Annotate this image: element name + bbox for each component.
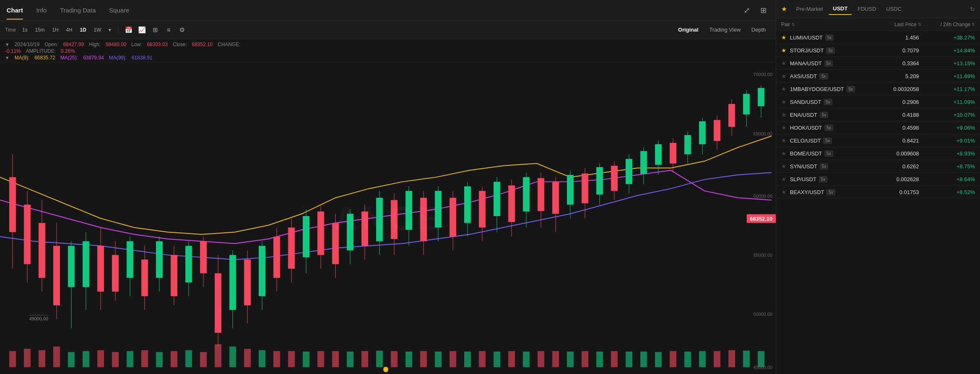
pair-star-icon[interactable]: ★ [781, 124, 787, 131]
view-original[interactable]: Original [673, 25, 703, 34]
ohlc-bar: ▼ 2024/10/19 Open: 68427.99 High: 68480.… [0, 39, 776, 63]
svg-rect-83 [567, 175, 574, 205]
pair-row[interactable]: ★ HOOK/USDT 5x 0.4598 +9.06% [776, 121, 980, 134]
pair-star-icon[interactable]: ★ [781, 111, 787, 118]
interval-15m[interactable]: 15m [32, 25, 47, 34]
pair-star-icon[interactable]: ★ [781, 60, 787, 66]
pair-star-icon[interactable]: ★ [781, 47, 787, 54]
pair-price: 0.7079 [863, 47, 919, 54]
svg-rect-112 [39, 350, 45, 367]
pair-row[interactable]: ★ ENA/USDT 5x 0.4188 +10.07% [776, 108, 980, 121]
col-price-header[interactable]: Last Price ⇅ [867, 22, 921, 27]
price-45k: 45000.00 [753, 365, 772, 370]
pair-name-col: SYN/USDT 5x [790, 163, 863, 170]
pair-sort-arrow: ⇅ [792, 22, 795, 27]
price-sort-arrow: ⇅ [918, 22, 921, 27]
interval-4h[interactable]: 4H [63, 25, 75, 34]
pair-row[interactable]: ★ SAND/USDT 5x 0.2906 +11.09% [776, 96, 980, 108]
pair-name: SAND/USDT [790, 99, 821, 105]
pair-star-icon[interactable]: ★ [781, 163, 787, 170]
svg-rect-71 [479, 191, 485, 227]
pair-row[interactable]: ★ AXS/USDT 5x 5.209 +11.69% [776, 70, 980, 83]
leverage-badge: 5x [824, 99, 832, 105]
ohlc-open-label: Open: [45, 42, 58, 47]
leverage-badge: 5x [826, 47, 835, 54]
pair-star-icon[interactable]: ★ [781, 189, 787, 195]
calendar-icon[interactable]: 📅 [123, 24, 134, 36]
pair-row[interactable]: ★ SLP/USDT 5x 0.002628 +8.64% [776, 173, 980, 186]
pair-change: +11.17% [919, 86, 975, 92]
chart-panel: Chart Info Trading Data Square ⤢ ⊞ Time … [0, 0, 776, 374]
pair-star-icon[interactable]: ★ [781, 176, 787, 182]
pair-price: 0.01753 [863, 189, 919, 195]
leverage-badge: 5x [820, 163, 829, 170]
ohlc-close-label: Close: [173, 42, 187, 47]
layout-icon[interactable]: ⊞ [757, 5, 769, 16]
svg-rect-51 [332, 223, 339, 264]
pair-row[interactable]: ★ BEAXY/USDT 5x 0.01753 +8.52% [776, 186, 980, 199]
interval-1d[interactable]: 1D [77, 25, 89, 34]
pair-star-icon[interactable]: ★ [781, 73, 787, 79]
tab-chart[interactable]: Chart [7, 1, 23, 20]
svg-rect-59 [391, 200, 398, 239]
fullscreen-icon[interactable]: ⤢ [741, 5, 752, 16]
ma25-label: MA(25): [60, 55, 78, 61]
pair-row[interactable]: ★ MANA/USDT 5x 0.3364 +13.15% [776, 57, 980, 70]
pair-star-icon[interactable]: ★ [781, 137, 787, 144]
toolbar-separator-1 [118, 26, 119, 34]
pair-name-col: BOME/USDT 5x [790, 150, 863, 157]
leverage-badge: 5x [824, 60, 833, 66]
svg-rect-152 [626, 352, 632, 367]
leverage-badge: 5x [827, 189, 835, 195]
pair-star-icon[interactable]: ★ [781, 98, 787, 105]
view-trading[interactable]: Trading View [704, 25, 745, 34]
pair-row[interactable]: ★ STORJ/USDT 5x 0.7079 +14.84% [776, 44, 980, 57]
chart-area[interactable]: ANCE 70000.00 65000.00 60000.00 55000.00… [0, 63, 776, 374]
gear-icon[interactable]: ⚙ [176, 24, 188, 36]
pair-star-icon[interactable]: ★ [781, 150, 787, 157]
favorites-star-icon[interactable]: ★ [781, 5, 787, 13]
pair-row[interactable]: ★ 1MBABYDOGE/USDT 5x 0.0032058 +11.17% [776, 83, 980, 96]
svg-rect-137 [406, 352, 412, 367]
interval-1h[interactable]: 1H [49, 25, 61, 34]
ma99-val: 61838.91 [131, 55, 152, 61]
pair-star-icon[interactable]: ★ [781, 34, 787, 41]
tab-usdt[interactable]: USDT [829, 3, 851, 15]
line-chart-icon[interactable]: 📈 [136, 24, 148, 36]
pair-name-col: 1MBABYDOGE/USDT 5x [790, 86, 863, 92]
svg-rect-154 [655, 352, 662, 367]
tab-info[interactable]: Info [36, 1, 47, 20]
svg-rect-93 [640, 151, 647, 174]
interval-1w[interactable]: 1W [91, 25, 104, 34]
svg-rect-117 [112, 352, 119, 367]
svg-rect-156 [684, 352, 691, 367]
settings-icon2[interactable]: ≡ [163, 24, 174, 36]
tab-usdc[interactable]: USDC [882, 3, 906, 15]
pair-row[interactable]: ★ BOME/USDT 5x 0.009608 +8.93% [776, 147, 980, 160]
tab-square[interactable]: Square [109, 1, 129, 20]
pair-row[interactable]: ★ LUMIA/USDT 5x 1.456 +38.27% [776, 31, 980, 44]
pair-star-icon[interactable]: ★ [781, 86, 787, 92]
indicators-icon[interactable]: ⊞ [149, 24, 161, 36]
view-depth[interactable]: Depth [746, 25, 771, 34]
svg-rect-13 [53, 246, 60, 305]
interval-1s[interactable]: 1s [19, 25, 30, 34]
pair-row[interactable]: ★ CELO/USDT 5x 0.8421 +9.01% [776, 134, 980, 147]
svg-rect-127 [259, 350, 265, 367]
interval-more[interactable]: ▾ [106, 25, 114, 34]
tab-premarket[interactable]: Pre-Market [792, 3, 827, 15]
col-pair-header[interactable]: Pair ⇅ [781, 22, 867, 27]
svg-rect-61 [406, 191, 412, 230]
refresh-icon[interactable]: ↻ [970, 6, 975, 12]
price-label: Last Price [894, 22, 916, 27]
svg-rect-120 [156, 352, 163, 367]
ma-arrow: ▼ [5, 55, 10, 60]
svg-point-162 [383, 367, 388, 372]
tab-fdusd[interactable]: FDUSD [854, 3, 881, 15]
svg-rect-118 [126, 351, 133, 367]
col-change-header[interactable]: / 24h Change ⇅ [921, 22, 975, 27]
pair-row[interactable]: ★ SYN/USDT 5x 0.6262 +8.75% [776, 160, 980, 173]
tab-trading-data[interactable]: Trading Data [60, 1, 96, 20]
pair-price: 0.4188 [863, 112, 919, 118]
ohlc-low-val: 68303.03 [147, 42, 168, 47]
